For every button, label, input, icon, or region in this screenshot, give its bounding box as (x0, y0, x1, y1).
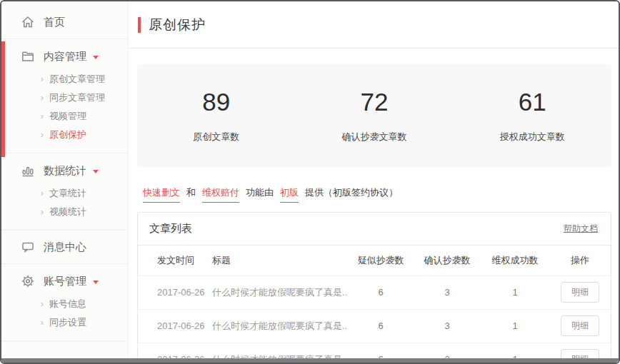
help-doc-link[interactable]: 帮助文档 (564, 223, 598, 235)
stat-value: 72 (295, 88, 453, 116)
sidebar-item-sync-settings[interactable]: › 同步设置 (1, 313, 128, 332)
chevron-right-icon: › (41, 299, 44, 309)
cell-confirmed: 3 (414, 309, 481, 343)
sidebar-item-account-info[interactable]: › 账号信息 (1, 295, 128, 313)
chevron-right-icon: › (41, 318, 44, 328)
cell-suspected: 6 (348, 275, 414, 309)
col-title: 标题 (212, 246, 348, 275)
article-table: 发文时间 标题 疑似抄袭数 确认抄袭数 维权成功数 操作 2017-06-26 … (138, 246, 611, 364)
cell-date: 2017-06-26 (138, 275, 212, 309)
stat-original-articles: 89 原创文章数 (137, 88, 295, 143)
table-row: 2017-06-26 什么时候才能放假呢要疯了真是... 6 3 1 明细 (138, 275, 611, 309)
chevron-right-icon: › (41, 93, 44, 103)
sidebar-subitem-label: 原创文章管理 (49, 74, 105, 84)
app-window: 首页 内容管理 › 原创文章管理 › 同步文章管理 (0, 0, 620, 364)
sidebar-item-content-management[interactable]: 内容管理 (1, 39, 128, 70)
sidebar-subitem-label: 同步设置 (49, 318, 86, 328)
sidebar-subitem-label: 视频统计 (49, 207, 86, 217)
stat-value: 61 (454, 88, 611, 116)
sidebar-subitem-label: 文章统计 (49, 188, 86, 198)
chevron-right-icon: › (41, 111, 44, 121)
home-icon (21, 15, 35, 29)
sidebar-item-original-protection[interactable]: › 原创保护 (1, 126, 128, 144)
detail-button[interactable]: 明细 (561, 282, 599, 303)
sidebar-item-video-statistics[interactable]: › 视频统计 (1, 203, 128, 221)
cell-date: 2017-06-26 (138, 309, 212, 343)
page-title: 原创保护 (149, 16, 206, 34)
notice-text: 功能由 (246, 186, 274, 199)
cell-confirmed: 3 (414, 275, 481, 309)
chevron-down-icon (93, 170, 99, 173)
folder-icon (21, 49, 35, 64)
sidebar-group-account: 账号管理 › 账号信息 › 同步设置 (1, 264, 128, 340)
cell-claim-success: 1 (481, 309, 549, 343)
article-list-header: 文章列表 帮助文档 (138, 213, 611, 246)
col-confirmed-plagiarism: 确认抄袭数 (414, 246, 481, 275)
stat-value: 89 (137, 88, 295, 116)
table-row: 2017-06-26 什么时候才能放假呢要疯了真是... 6 3 1 明细 (138, 309, 611, 343)
stat-label: 确认抄袭文章数 (295, 131, 453, 143)
sidebar-item-video-management[interactable]: › 视频管理 (1, 107, 128, 126)
bar-chart-icon (21, 163, 35, 178)
cell-suspected: 6 (348, 309, 414, 343)
cell-title: 什么时候才能放假呢要疯了真是... (212, 309, 348, 343)
detail-button[interactable]: 明细 (561, 315, 599, 336)
stat-label: 授权成功文章数 (454, 131, 611, 143)
col-publish-time: 发文时间 (138, 246, 212, 275)
chevron-right-icon: › (41, 188, 44, 198)
col-rights-success: 维权成功数 (481, 246, 549, 275)
chevron-right-icon: › (41, 130, 44, 140)
sidebar-item-account-management[interactable]: 账号管理 (1, 264, 128, 295)
sidebar-item-home[interactable]: 首页 (1, 6, 128, 39)
feature-notice: 快速删文 和 维权赔付 功能由 初版 提供（初版签约协议） (143, 186, 611, 203)
cell-claim-success: 1 (481, 275, 549, 309)
stat-authorized-success: 61 授权成功文章数 (454, 88, 611, 143)
col-actions: 操作 (549, 246, 611, 275)
sidebar-item-article-statistics[interactable]: › 文章统计 (1, 184, 128, 203)
title-accent-mark (138, 17, 141, 33)
page-body: 89 原创文章数 72 确认抄袭文章数 61 授权成功文章数 快速删文 和 维权… (129, 49, 619, 364)
article-list-panel: 文章列表 帮助文档 发文时间 标题 疑似抄袭数 确认抄袭数 维权成功数 (137, 212, 611, 364)
rights-compensation-link[interactable]: 维权赔付 (202, 186, 239, 203)
sidebar-item-label: 消息中心 (44, 241, 86, 254)
active-section-accent-bar (1, 41, 5, 157)
chevron-right-icon: › (41, 207, 44, 217)
sidebar-item-sync-article-management[interactable]: › 同步文章管理 (1, 89, 128, 107)
gear-icon (21, 274, 35, 288)
sidebar-item-message-center[interactable]: 消息中心 (1, 231, 128, 263)
sidebar-subitem-label: 原创保护 (49, 130, 86, 140)
page-header: 原创保护 (129, 1, 619, 49)
sidebar-subitem-label: 视频管理 (49, 111, 86, 121)
sidebar-item-original-article-management[interactable]: › 原创文章管理 (1, 70, 128, 89)
message-icon (21, 240, 35, 254)
sidebar-item-data-statistics[interactable]: 数据统计 (1, 153, 128, 184)
sidebar-subitem-label: 账号信息 (49, 299, 86, 309)
sidebar-group-statistics: 数据统计 › 文章统计 › 视频统计 (1, 153, 128, 230)
stat-confirmed-plagiarism: 72 确认抄袭文章数 (295, 88, 453, 143)
notice-text: 提供（初版签约协议） (305, 186, 398, 199)
chevron-right-icon: › (41, 74, 44, 84)
sidebar-item-label: 内容管理 (44, 50, 86, 64)
chevron-down-icon (93, 280, 99, 284)
sidebar: 首页 内容管理 › 原创文章管理 › 同步文章管理 (1, 1, 129, 363)
col-suspected-plagiarism: 疑似抄袭数 (348, 246, 414, 275)
quick-delete-link[interactable]: 快速删文 (143, 186, 180, 203)
chevron-down-icon (93, 56, 99, 59)
article-list-title: 文章列表 (149, 222, 192, 236)
notice-text: 和 (186, 186, 196, 199)
sidebar-item-label: 数据统计 (44, 164, 86, 178)
sidebar-divider (1, 340, 128, 341)
cell-title: 什么时候才能放假呢要疯了真是... (212, 275, 348, 309)
stat-label: 原创文章数 (137, 131, 295, 143)
stats-summary-panel: 89 原创文章数 72 确认抄袭文章数 61 授权成功文章数 (137, 64, 611, 167)
sidebar-subitem-label: 同步文章管理 (49, 93, 105, 103)
sidebar-group-content: 内容管理 › 原创文章管理 › 同步文章管理 › 视频管理 › 原创保护 (1, 39, 128, 153)
main-content: 原创保护 89 原创文章数 72 确认抄袭文章数 61 授权成功文章数 (129, 1, 619, 363)
chuban-link[interactable]: 初版 (280, 186, 299, 203)
table-header-row: 发文时间 标题 疑似抄袭数 确认抄袭数 维权成功数 操作 (138, 246, 611, 275)
sidebar-item-label: 首页 (44, 16, 65, 29)
sidebar-item-label: 账号管理 (44, 275, 86, 288)
bottom-scrollbar[interactable] (1, 358, 619, 363)
